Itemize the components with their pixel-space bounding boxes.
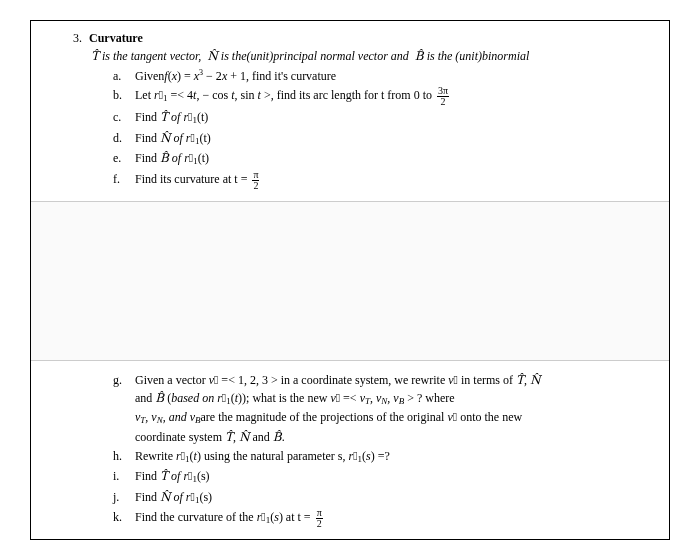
item-f: f. Find its curvature at t = π2 [113, 170, 657, 191]
item-a: a. Givenf(x) = x3 − 2x + 1, find it's cu… [113, 67, 657, 85]
document-border: 3. Curvature T̂ is the tangent vector, N… [30, 20, 670, 540]
item-text: Rewrite r⃗1(t) using the natural paramet… [135, 447, 390, 467]
item-label: i. [113, 467, 127, 487]
item-b: b. Let r⃗1 =< 4t, − cos t, sin t >, find… [113, 86, 657, 107]
item-j: j. Find N̂ of r⃗1(s) [113, 488, 657, 508]
sub-items-bottom: g. Given a vector v⃗ =< 1, 2, 3 > in a c… [113, 371, 657, 530]
question-header: 3. Curvature [43, 29, 657, 47]
item-label: f. [113, 170, 127, 191]
item-h: h. Rewrite r⃗1(t) using the natural para… [113, 447, 657, 467]
question-intro: T̂ is the tangent vector, N̂ is the(unit… [91, 47, 657, 65]
item-text: Find N̂ of r⃗1(t) [135, 129, 211, 149]
item-e: e. Find B̂ of r⃗1(t) [113, 149, 657, 169]
item-g: g. Given a vector v⃗ =< 1, 2, 3 > in a c… [113, 371, 657, 446]
question-number: 3. [73, 31, 82, 45]
item-text: Given a vector v⃗ =< 1, 2, 3 > in a coor… [135, 371, 541, 446]
item-text: Find B̂ of r⃗1(t) [135, 149, 209, 169]
item-k: k. Find the curvature of the r⃗1(s) at t… [113, 508, 657, 529]
item-text: Find its curvature at t = π2 [135, 170, 261, 191]
page-gap [31, 201, 669, 361]
item-label: k. [113, 508, 127, 529]
question-title: Curvature [89, 31, 143, 45]
item-text: Find T̂ of r⃗1(t) [135, 108, 208, 128]
sub-items-top: a. Givenf(x) = x3 − 2x + 1, find it's cu… [113, 67, 657, 191]
item-label: j. [113, 488, 127, 508]
item-label: a. [113, 67, 127, 85]
item-label: h. [113, 447, 127, 467]
item-label: b. [113, 86, 127, 107]
item-i: i. Find T̂ of r⃗1(s) [113, 467, 657, 487]
item-c: c. Find T̂ of r⃗1(t) [113, 108, 657, 128]
item-label: d. [113, 129, 127, 149]
item-label: c. [113, 108, 127, 128]
item-label: g. [113, 371, 127, 446]
item-text: Find the curvature of the r⃗1(s) at t = … [135, 508, 325, 529]
item-d: d. Find N̂ of r⃗1(t) [113, 129, 657, 149]
item-text: Givenf(x) = x3 − 2x + 1, find it's curva… [135, 67, 336, 85]
item-text: Find N̂ of r⃗1(s) [135, 488, 212, 508]
item-text: Let r⃗1 =< 4t, − cos t, sin t >, find it… [135, 86, 451, 107]
item-label: e. [113, 149, 127, 169]
item-text: Find T̂ of r⃗1(s) [135, 467, 210, 487]
